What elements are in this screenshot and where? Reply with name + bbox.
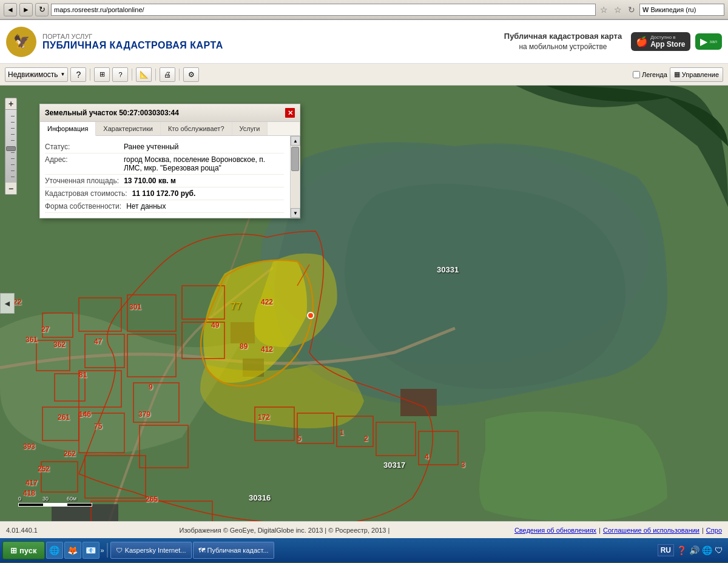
label-77: 77 — [231, 301, 241, 312]
zoom-slider[interactable] — [5, 110, 17, 183]
svg-rect-11 — [79, 298, 121, 331]
forward-button[interactable]: ► — [19, 3, 33, 16]
svg-rect-10 — [41, 462, 78, 492]
label-361: 361 — [25, 335, 38, 344]
label-393: 393 — [23, 442, 35, 451]
zoom-in-button[interactable]: + — [5, 98, 17, 110]
logo-emblem: 🦅 — [13, 34, 30, 50]
cadastral-icon: 🗺 — [198, 547, 205, 554]
legend-checkbox-area[interactable]: Легенда — [633, 71, 667, 78]
taskbar-icon-1[interactable]: 🌐 — [46, 542, 63, 559]
svg-rect-24 — [297, 413, 334, 443]
cadastral-taskbar-app[interactable]: 🗺 Публичная кадаст... — [193, 542, 274, 559]
svg-rect-2 — [52, 504, 118, 521]
google-play-button[interactable]: ▶ зап — [695, 33, 722, 50]
info-row-area: Уточненная площадь: 13 710.00 кв. м — [45, 175, 284, 187]
label-252: 252 — [38, 465, 50, 473]
windows-icon: ⊞ — [10, 546, 17, 555]
agreement-link[interactable]: Соглашение об использовании — [603, 527, 699, 534]
app-store-button[interactable]: 🍎 Доступно в App Store — [631, 32, 690, 51]
app-store-area: 🍎 Доступно в App Store ▶ зап — [631, 32, 722, 51]
mobile-promo-title: Публичная кадастровая карта — [504, 31, 622, 42]
popup-close-button[interactable]: ✕ — [285, 108, 295, 118]
label-ownership: Форма собственности: — [45, 202, 126, 211]
taskbar-icon-2[interactable]: 🦊 — [64, 542, 81, 559]
kaspersky-icon: 🛡 — [116, 547, 123, 554]
taskbar-icon-3[interactable]: 📧 — [83, 542, 99, 559]
svg-rect-23 — [255, 407, 294, 440]
settings-button[interactable]: ⚙ — [183, 67, 199, 82]
scroll-up-button[interactable]: ▲ — [291, 136, 300, 146]
map-container[interactable]: 22 301 27 47 77 422 81 9 146 75 265 361 … — [0, 86, 728, 521]
portal-text: ПОРТАЛ УСЛУГ ПУБЛИЧНАЯ КАДАСТРОВАЯ КАРТА — [42, 33, 504, 51]
address-bar[interactable] — [51, 4, 596, 16]
zoom-out-button[interactable]: − — [5, 183, 17, 195]
cadastral-label: Публичная кадаст... — [207, 547, 269, 554]
separator-pipe2: | — [702, 527, 704, 534]
updates-link[interactable]: Сведения об обновлениях — [514, 527, 596, 534]
lang-indicator[interactable]: RU — [658, 544, 674, 556]
property-type-select[interactable]: Недвижимость ▼ — [5, 67, 68, 82]
tab-characteristics[interactable]: Характеристики — [96, 122, 161, 135]
scroll-track[interactable] — [291, 146, 300, 208]
kaspersky-taskbar-app[interactable]: 🛡 Kaspersky Internet... — [110, 542, 192, 559]
print-button[interactable]: 🖨 — [160, 67, 175, 82]
label-412: 412 — [261, 345, 273, 354]
start-button[interactable]: ⊞ пуск — [2, 541, 45, 559]
select-arrow-icon: ▼ — [61, 72, 66, 77]
reload-icon[interactable]: ↻ — [626, 5, 637, 15]
svg-rect-15 — [85, 456, 146, 498]
scroll-thumb[interactable] — [291, 147, 299, 171]
popup-scrollbar[interactable]: ▲ ▼ — [290, 136, 300, 218]
info-button[interactable]: ? — [112, 67, 128, 82]
svg-rect-8 — [55, 374, 85, 401]
tray-speaker-icon[interactable]: 🔊 — [689, 545, 699, 555]
scale-segment-1 — [19, 504, 43, 506]
svg-rect-3 — [400, 389, 437, 416]
label-5: 5 — [297, 434, 302, 443]
scroll-down-button[interactable]: ▼ — [291, 208, 300, 218]
manage-icon: ▦ — [674, 70, 680, 78]
cadastral-popup: Земельный участок 50:27:0030303:44 ✕ Инф… — [39, 104, 300, 218]
taskbar-arrow[interactable]: » — [101, 547, 104, 554]
back-button[interactable]: ◄ — [4, 3, 17, 16]
help-button[interactable]: ? — [70, 67, 86, 82]
feedback-link[interactable]: Спро — [706, 527, 722, 534]
tray-question-icon[interactable]: ❓ — [676, 545, 687, 555]
map-toolbar: Недвижимость ▼ ? ⊞ ? 📐 🖨 ⚙ Легенда ▦ Упр… — [0, 64, 728, 86]
tab-information[interactable]: Информация — [40, 122, 96, 136]
svg-point-0 — [261, 146, 649, 365]
label-172: 172 — [258, 413, 270, 422]
label-301: 301 — [129, 303, 141, 311]
value-address: город Москва, поселение Вороновское, п. … — [124, 155, 284, 172]
tab-who-services[interactable]: Кто обслуживает? — [161, 122, 232, 135]
tray-network-icon[interactable]: 🌐 — [702, 545, 712, 555]
wiki-label: Википедия (ru) — [650, 6, 696, 13]
scale-bar: 0 30 60м — [18, 496, 92, 507]
select-tool-button[interactable]: ⊞ — [94, 67, 110, 82]
tray-security-icon[interactable]: 🛡 — [715, 545, 723, 555]
wikipedia-search[interactable]: W Википедия (ru) — [639, 4, 724, 16]
app-store-name-label: App Store — [650, 40, 685, 49]
popup-title-bar: Земельный участок 50:27:0030303:44 ✕ — [40, 104, 300, 122]
svg-rect-18 — [127, 334, 176, 377]
left-nav-arrow[interactable]: ◄ — [0, 293, 15, 314]
svg-rect-9 — [42, 407, 79, 440]
legend-checkbox[interactable] — [633, 71, 640, 78]
info-row-cadastral-value: Кадастровая стоимость: 11 110 172.70 руб… — [45, 187, 284, 200]
label-4: 4 — [425, 453, 429, 461]
measure-button[interactable]: 📐 — [136, 67, 152, 82]
start-label: пуск — [19, 546, 37, 555]
scale-label-60: 60м — [67, 496, 91, 502]
legend-label: Легенда — [642, 71, 667, 78]
manage-button[interactable]: ▦ Управление — [670, 67, 723, 82]
label-status: Статус: — [45, 143, 124, 151]
star2-icon[interactable]: ☆ — [612, 5, 624, 15]
refresh-button[interactable]: ↻ — [35, 3, 49, 16]
label-81: 81 — [79, 371, 87, 379]
label-265: 265 — [146, 495, 158, 504]
label-417: 417 — [25, 479, 38, 487]
tab-services[interactable]: Услуги — [232, 122, 268, 135]
zoom-handle[interactable] — [6, 146, 16, 151]
favorite-icon[interactable]: ☆ — [598, 5, 610, 15]
